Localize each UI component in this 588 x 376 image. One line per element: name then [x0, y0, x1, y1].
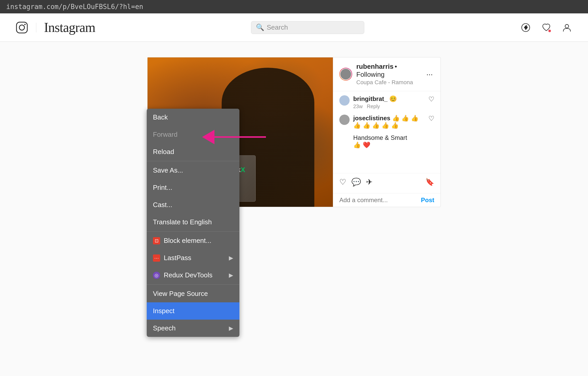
arrow-line: [214, 136, 266, 138]
post-avatar-inner: [340, 68, 352, 80]
ctx-view-source-label: View Page Source: [153, 290, 208, 298]
ctx-inspect[interactable]: Inspect: [147, 302, 239, 320]
comment-like-1[interactable]: ♡: [428, 95, 434, 103]
post-comment-button[interactable]: Post: [421, 196, 434, 204]
post-location: Coupa Cafe - Ramona: [356, 79, 421, 86]
notification-dot: [548, 30, 551, 32]
ctx-save-as[interactable]: Save As...: [147, 162, 239, 179]
browser-chrome: instagram.com/p/BveLOuFBSL6/?hl=en: [0, 0, 588, 13]
ctx-inspect-label: Inspect: [153, 307, 175, 315]
main-content: stockX rubenharris: [0, 42, 588, 223]
svg-point-6: [565, 24, 569, 28]
ctx-lastpass-content: ⋯ LastPass: [153, 254, 191, 262]
ctx-separator-1: [147, 161, 239, 161]
ctx-cast-label: Cast...: [153, 201, 172, 209]
ctx-separator-2: [147, 231, 239, 232]
comment-row: bringitbrat_ 😊 23w Reply ♡: [339, 95, 434, 109]
ctx-block-element[interactable]: ⊡ Block element...: [147, 232, 239, 249]
browser-url: instagram.com/p/BveLOuFBSL6/?hl=en: [6, 3, 143, 11]
ctx-translate-label: Translate to English: [153, 218, 212, 226]
ctx-lastpass[interactable]: ⋯ LastPass ▶: [147, 249, 239, 267]
explore-icon[interactable]: [520, 22, 531, 33]
comment-row-2: joseclistines 👍 👍 👍 👍 👍 👍 👍 👍 ♡: [339, 115, 434, 129]
post-username[interactable]: rubenharris: [356, 63, 394, 70]
ctx-back-label: Back: [153, 113, 168, 121]
ctx-separator-3: [147, 284, 239, 285]
post-actions: ♡ 💬 ✈ 🔖: [333, 173, 440, 193]
search-bar[interactable]: 🔍 Search: [251, 21, 364, 34]
svg-rect-0: [16, 22, 27, 33]
nav-icons: [520, 22, 573, 33]
lastpass-icon: ⋯: [153, 254, 160, 262]
like-button[interactable]: ♡: [339, 177, 346, 186]
post-user-info: rubenharris • Following Coupa Cafe - Ram…: [356, 63, 421, 86]
post-author-avatar[interactable]: [339, 68, 352, 81]
share-button[interactable]: ✈: [366, 177, 373, 186]
comment-avatar-1[interactable]: [339, 95, 350, 106]
ctx-print-label: Print...: [153, 184, 172, 192]
svg-point-1: [19, 25, 24, 30]
ctx-reload[interactable]: Reload: [147, 143, 239, 160]
arrow-head: [202, 130, 214, 144]
ctx-forward-label: Forward: [153, 131, 177, 139]
post-sidebar: rubenharris • Following Coupa Cafe - Ram…: [333, 57, 440, 207]
instagram-wordmark: Instagram: [44, 20, 95, 35]
ctx-view-source[interactable]: View Page Source: [147, 285, 239, 302]
caption-extra: Handsome & Smart👍 ❤️: [339, 134, 434, 149]
instagram-camera-icon: [15, 21, 28, 34]
comment-username-1[interactable]: bringitbrat_ 😊: [353, 95, 397, 102]
profile-icon[interactable]: [561, 22, 573, 33]
ctx-print[interactable]: Print...: [147, 179, 239, 196]
comment-username-2[interactable]: joseclistines 👍 👍 👍 👍 👍 👍 👍 👍: [353, 115, 419, 129]
search-placeholder: Search: [267, 23, 288, 31]
bookmark-button[interactable]: 🔖: [425, 178, 434, 186]
comment-content-2: joseclistines 👍 👍 👍 👍 👍 👍 👍 👍: [353, 115, 425, 129]
ctx-speech-arrow: ▶: [229, 325, 233, 332]
comment-input[interactable]: [339, 196, 417, 204]
pink-arrow-indicator: [202, 130, 266, 144]
comments-area: bringitbrat_ 😊 23w Reply ♡ joseclistines…: [333, 91, 440, 173]
ctx-back[interactable]: Back: [147, 109, 239, 126]
ctx-save-as-label: Save As...: [153, 166, 183, 174]
ctx-speech-label: Speech: [153, 324, 176, 332]
comment-time-1: 23w: [353, 104, 363, 109]
comment-meta-1: 23w Reply: [353, 104, 425, 109]
post-header: rubenharris • Following Coupa Cafe - Ram…: [333, 57, 440, 91]
ctx-redux-content: ◎ Redux DevTools: [153, 271, 212, 279]
heart-icon[interactable]: [541, 22, 552, 33]
ctx-lastpass-arrow: ▶: [229, 255, 233, 261]
search-icon: 🔍: [256, 23, 264, 31]
comment-avatar-2[interactable]: [339, 115, 350, 125]
action-icons-row: ♡ 💬 ✈ 🔖: [339, 177, 434, 186]
comment-content-1: bringitbrat_ 😊 23w Reply: [353, 95, 425, 109]
ctx-translate[interactable]: Translate to English: [147, 213, 239, 231]
redux-icon: ◎: [153, 272, 160, 279]
post-more-button[interactable]: ···: [425, 70, 434, 79]
logo-divider: [36, 23, 36, 32]
search-wrapper: 🔍 Search: [95, 21, 520, 34]
comment-button[interactable]: 💬: [351, 177, 361, 186]
instagram-header: Instagram 🔍 Search: [0, 13, 588, 42]
comment-like-2[interactable]: ♡: [428, 115, 434, 123]
ctx-redux-arrow: ▶: [229, 272, 233, 279]
ctx-reload-label: Reload: [153, 148, 174, 156]
ctx-speech[interactable]: Speech ▶: [147, 320, 239, 337]
block-element-icon: ⊡: [153, 237, 160, 244]
ctx-redux[interactable]: ◎ Redux DevTools ▶: [147, 267, 239, 284]
svg-point-2: [24, 24, 26, 25]
post-username-line: rubenharris • Following: [356, 63, 421, 79]
ctx-cast[interactable]: Cast...: [147, 196, 239, 213]
logo-area: Instagram: [15, 20, 95, 35]
comment-input-area: Post: [333, 193, 440, 207]
comment-reply-1[interactable]: Reply: [367, 104, 380, 109]
ctx-block-element-content: ⊡ Block element...: [153, 237, 211, 245]
